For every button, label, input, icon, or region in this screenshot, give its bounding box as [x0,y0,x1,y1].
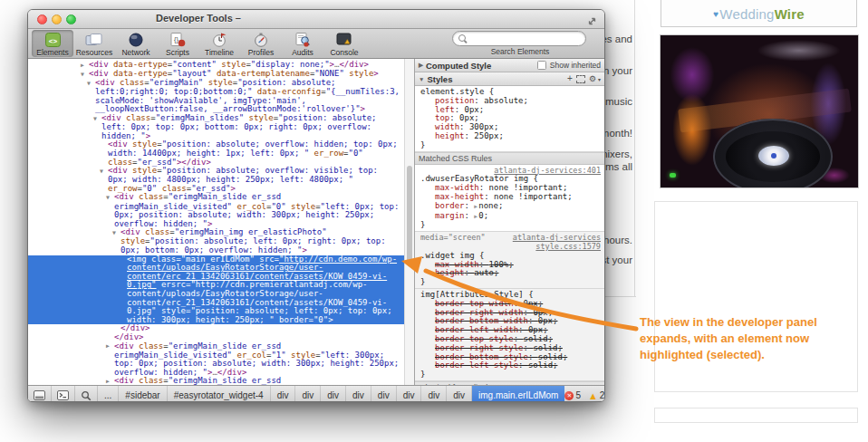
dom-tree-node[interactable]: </div> [28,324,404,333]
search-elements-label: Search Elements [452,47,588,56]
search-scope-button[interactable] [75,386,98,402]
titlebar[interactable]: Developer Tools – [28,10,604,29]
stylesheet-link[interactable]: style.css:1579 [535,243,601,252]
gear-dropdown-carat: ▾ [598,76,601,82]
disclosure-arrow[interactable]: ▼ [93,115,101,124]
computed-style-header[interactable]: ▶ Computed Style Show inherited [415,59,604,72]
tab-label: Resources [76,48,113,57]
show-inherited-checkbox[interactable] [537,61,546,70]
scrollbar-thumb[interactable] [407,166,412,265]
css-rule: media="screen"atlanta-dj-servicesstyle.c… [415,232,604,289]
tab-console[interactable]: Console [323,30,365,57]
disclosure-arrow[interactable]: ▼ [100,168,108,177]
css-rule: element.style {position: absolute;left: … [415,86,604,152]
disclosure-arrow[interactable]: ▼ [87,80,95,89]
breadcrumb-item-selected[interactable]: img.main.erILdMom [472,386,564,402]
devtools-statusbar: ... #sidebar#easyrotator_widget-4divdivd… [28,385,604,402]
dom-tree-node[interactable]: <div style="position: absolute; overflow… [28,140,404,167]
tab-profiles[interactable]: Profiles [240,30,282,57]
dom-tree-node[interactable]: ▼<div class="erimgMain_slide er_ssd erim… [28,193,404,228]
dom-tree-node-selected[interactable]: <img class="main erILdMom" src="http://c… [28,255,404,325]
error-badge-icon[interactable]: ✕ [564,391,574,400]
element-state-icon[interactable] [576,75,585,83]
mixer-led [670,173,676,178]
tab-timeline[interactable]: Timeline [198,30,240,57]
dom-tree-node[interactable]: ▼<div class="erimgMain" style="position:… [28,79,404,114]
dom-tree-node[interactable]: ▼<div class="erimgMain_slides" style="po… [28,114,404,140]
breadcrumb-item[interactable]: #easyrotator_widget-4 [168,386,271,402]
tab-scripts[interactable]: {}Scripts [157,30,198,57]
disclosure-arrow[interactable]: ▶ [81,62,89,71]
svg-text:{}: {} [173,35,178,43]
media-query: media="screen" [420,234,486,243]
css-property[interactable]: border-left-style: solid; [420,361,601,370]
audits-icon [295,32,311,47]
tab-resources[interactable]: Resources [73,30,115,57]
console-toggle-button[interactable] [52,386,75,402]
dj-photo-art [661,35,858,187]
disclosure-arrow[interactable]: ▼ [81,71,89,80]
tab-label: Elements [36,48,68,57]
css-property[interactable]: height: auto; [420,269,601,278]
disclosure-arrow[interactable]: ▼ [419,76,424,82]
minimize-window-button[interactable] [52,14,62,24]
devtools-toolbar: <>ElementsResourcesNetwork{}ScriptsTimel… [28,29,604,59]
disclosure-arrow[interactable]: ▶ [106,378,114,385]
search-input[interactable] [469,33,583,45]
tab-label: Audits [292,48,313,57]
dock-to-bottom-button[interactable] [28,386,52,402]
developer-tools-window: Developer Tools – <>ElementsResourcesNet… [27,9,605,402]
breadcrumb-item[interactable]: div [271,386,296,402]
weddingwire-logo: ♥WeddingWire [713,6,805,22]
tab-network[interactable]: Network [115,30,157,57]
dom-tree-node[interactable]: ▶<div class="erimgMain_slide er_ssd erim… [28,342,404,378]
css-property[interactable]: margin: ▶0; [420,212,601,222]
tab-audits[interactable]: Audits [282,30,323,57]
breadcrumb-item[interactable]: div [321,386,346,402]
dom-tree-scrollbar[interactable] [404,59,414,385]
search-icon [458,34,466,42]
statusbar-right: ✕ 5 ▲ 24 ⚙ [564,386,605,402]
disclosure-arrow[interactable]: ▼ [112,229,121,238]
page-column-divider [634,0,635,296]
gear-icon[interactable]: ⚙ [589,74,596,83]
dom-tree-node[interactable]: ▼<div class="erimgMain_img er_elasticPho… [28,228,404,255]
css-rule-close: } [420,221,601,230]
expand-window-icon[interactable] [587,14,597,30]
warning-count[interactable]: 24 [600,390,605,400]
close-window-button[interactable] [37,14,47,24]
search-field[interactable] [452,31,586,46]
tab-elements[interactable]: <>Elements [32,30,73,57]
show-inherited-label: Show inherited [550,61,601,70]
warning-badge-icon[interactable]: ▲ [588,391,598,400]
breadcrumb-item[interactable]: div [346,386,371,402]
network-icon [128,32,144,47]
new-style-rule-icon[interactable]: + [567,74,573,83]
dom-tree-node[interactable]: ▼<div style="position: absolute; overflo… [28,167,404,193]
breadcrumb-item[interactable]: #sidebar [119,386,167,402]
tab-label: Timeline [205,48,234,57]
weddingwire-badge[interactable]: ♥WeddingWire [661,0,857,27]
error-count[interactable]: 5 [575,390,581,400]
breadcrumb-item[interactable]: div [397,386,422,402]
zoom-window-button[interactable] [66,14,76,24]
styles-label: Styles [427,74,452,84]
breadcrumb-item[interactable]: div [371,386,397,402]
breadcrumb-item[interactable]: div [421,386,447,402]
css-rule: atlanta-dj-services:401.dwuserEasyRotato… [415,165,604,233]
toolbar-tabs: <>ElementsResourcesNetwork{}ScriptsTimel… [28,29,365,58]
styles-body: element.style {position: absolute;left: … [415,86,604,385]
css-property[interactable]: height: 250px; [420,132,601,141]
window-title: Developer Tools – [108,13,289,24]
inherited-element-link[interactable]: div.dwuserEasyRotator.erACR [471,383,581,385]
disclosure-arrow[interactable]: ▶ [106,342,114,351]
dom-tree-node[interactable]: ▶<div class="erimgMain_slide er_ssd erim… [28,377,404,385]
disclosure-arrow[interactable]: ▶ [419,62,423,69]
breadcrumb-item[interactable]: div [295,386,321,402]
page-empty-box-thin [654,408,858,423]
breadcrumb-item[interactable]: div [447,386,472,402]
breadcrumb-overflow[interactable]: ... [98,386,119,402]
styles-header[interactable]: ▼ Styles + ⚙▾ [415,72,604,86]
disclosure-arrow[interactable]: ▼ [106,194,114,203]
profiles-icon [254,32,268,47]
